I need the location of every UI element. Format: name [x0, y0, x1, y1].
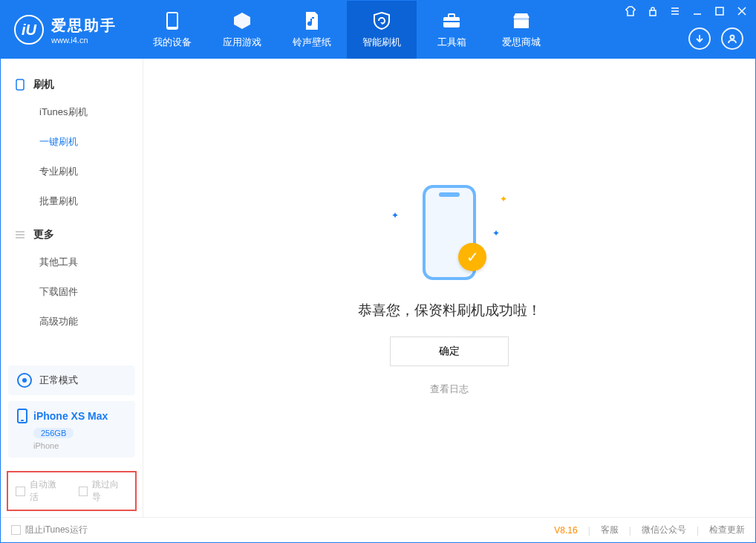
device-name: iPhone XS Max — [33, 410, 108, 422]
app-logo: iU 爱思助手 www.i4.cn — [1, 1, 137, 59]
tab-ringtones-wallpapers[interactable]: 铃声壁纸 — [277, 1, 347, 59]
nav-other-tools[interactable]: 其他工具 — [1, 247, 143, 277]
device-panel: 正常模式 iPhone XS Max 256GB iPhone — [1, 365, 143, 465]
nav-head-more: 更多 — [1, 222, 143, 247]
list-icon — [14, 229, 26, 241]
minimize-button[interactable] — [691, 5, 703, 17]
device-mode-label: 正常模式 — [39, 374, 78, 387]
device-icon — [162, 10, 183, 31]
sparkle-icon: ✦ — [492, 228, 500, 238]
sidebar-nav: 刷机 iTunes刷机 一键刷机 专业刷机 批量刷机 更多 其他工具 下载固件 … — [1, 59, 143, 365]
svg-rect-11 — [716, 7, 723, 15]
titlebar-right-buttons — [688, 27, 743, 50]
app-name: 爱思助手 — [51, 16, 117, 36]
success-check-icon: ✓ — [458, 243, 486, 271]
menu-icon[interactable] — [669, 5, 681, 17]
checkbox-icon — [11, 525, 21, 535]
nav-download-firmware[interactable]: 下载固件 — [1, 277, 143, 307]
logo-icon: iU — [14, 15, 44, 45]
nav-section-flash: 刷机 iTunes刷机 一键刷机 专业刷机 批量刷机 — [1, 72, 143, 216]
tab-my-device[interactable]: 我的设备 — [137, 1, 207, 59]
tab-store[interactable]: 爱思商城 — [486, 1, 556, 59]
options-row: 自动激活 跳过向导 — [7, 471, 137, 511]
checkbox-block-itunes[interactable]: 阻止iTunes运行 — [11, 524, 88, 536]
checkbox-skip-guide[interactable]: 跳过向导 — [79, 478, 128, 504]
cube-icon — [232, 10, 252, 31]
sparkle-icon: ✦ — [391, 210, 399, 221]
version-label: V8.16 — [554, 525, 577, 536]
tab-smart-flash[interactable]: 智能刷机 — [347, 1, 417, 59]
nav-head-flash: 刷机 — [1, 72, 143, 97]
lock-icon[interactable] — [647, 5, 659, 17]
user-account-button[interactable] — [721, 27, 743, 50]
maximize-button[interactable] — [714, 5, 726, 17]
device-mode-block[interactable]: 正常模式 — [8, 365, 135, 395]
ok-button[interactable]: 确定 — [390, 336, 509, 366]
mode-icon — [17, 373, 32, 388]
store-icon — [511, 10, 532, 31]
check-update-link[interactable]: 检查更新 — [709, 524, 745, 536]
checkbox-auto-activate[interactable]: 自动激活 — [16, 478, 65, 504]
sidebar: 刷机 iTunes刷机 一键刷机 专业刷机 批量刷机 更多 其他工具 下载固件 … — [1, 59, 143, 517]
svg-rect-4 — [443, 21, 460, 22]
device-info-block[interactable]: iPhone XS Max 256GB iPhone — [8, 401, 135, 458]
toolbox-icon — [441, 10, 462, 31]
svg-rect-5 — [514, 18, 529, 20]
body: 刷机 iTunes刷机 一键刷机 专业刷机 批量刷机 更多 其他工具 下载固件 … — [1, 59, 755, 517]
tab-toolbox[interactable]: 工具箱 — [417, 1, 486, 59]
success-message: 恭喜您，保资料刷机成功啦！ — [358, 301, 541, 320]
svg-rect-1 — [168, 13, 177, 27]
device-capacity: 256GB — [33, 428, 74, 438]
support-link[interactable]: 客服 — [601, 524, 619, 536]
music-file-icon — [302, 10, 322, 31]
main-tabs: 我的设备 应用游戏 铃声壁纸 智能刷机 工具箱 爱思商城 — [137, 1, 556, 59]
view-log-link[interactable]: 查看日志 — [430, 383, 469, 396]
download-button[interactable] — [688, 27, 711, 50]
device-type: iPhone — [33, 441, 126, 450]
checkbox-icon — [79, 487, 88, 496]
svg-point-14 — [731, 36, 734, 39]
phone-small-icon — [14, 79, 26, 91]
nav-section-more: 更多 其他工具 下载固件 高级功能 — [1, 222, 143, 336]
nav-advanced[interactable]: 高级功能 — [1, 307, 143, 336]
titlebar: iU 爱思助手 www.i4.cn 我的设备 应用游戏 铃声壁纸 智能刷机 — [1, 1, 755, 59]
svg-rect-15 — [16, 79, 24, 90]
success-illustration: ✦ ✦ ✦ ✓ — [375, 181, 524, 284]
nav-batch-flash[interactable]: 批量刷机 — [1, 186, 143, 216]
phone-icon — [17, 409, 27, 423]
app-url: www.i4.cn — [51, 36, 117, 45]
window-controls — [625, 5, 748, 17]
tab-apps-games[interactable]: 应用游戏 — [207, 1, 277, 59]
status-bar: 阻止iTunes运行 V8.16 | 客服 | 微信公众号 | 检查更新 — [1, 517, 755, 542]
shield-refresh-icon — [371, 10, 392, 31]
svg-rect-6 — [650, 10, 656, 16]
nav-pro-flash[interactable]: 专业刷机 — [1, 157, 143, 186]
wechat-link[interactable]: 微信公众号 — [642, 524, 686, 536]
svg-rect-3 — [449, 14, 454, 18]
app-window: iU 爱思助手 www.i4.cn 我的设备 应用游戏 铃声壁纸 智能刷机 — [0, 0, 756, 543]
close-button[interactable] — [736, 5, 748, 17]
nav-itunes-flash[interactable]: iTunes刷机 — [1, 97, 143, 127]
checkbox-icon — [16, 487, 25, 496]
main-content: ✦ ✦ ✦ ✓ 恭喜您，保资料刷机成功啦！ 确定 查看日志 — [143, 59, 755, 517]
sparkle-icon: ✦ — [500, 194, 507, 204]
tshirt-icon[interactable] — [625, 5, 636, 17]
nav-onekey-flash[interactable]: 一键刷机 — [1, 127, 143, 157]
